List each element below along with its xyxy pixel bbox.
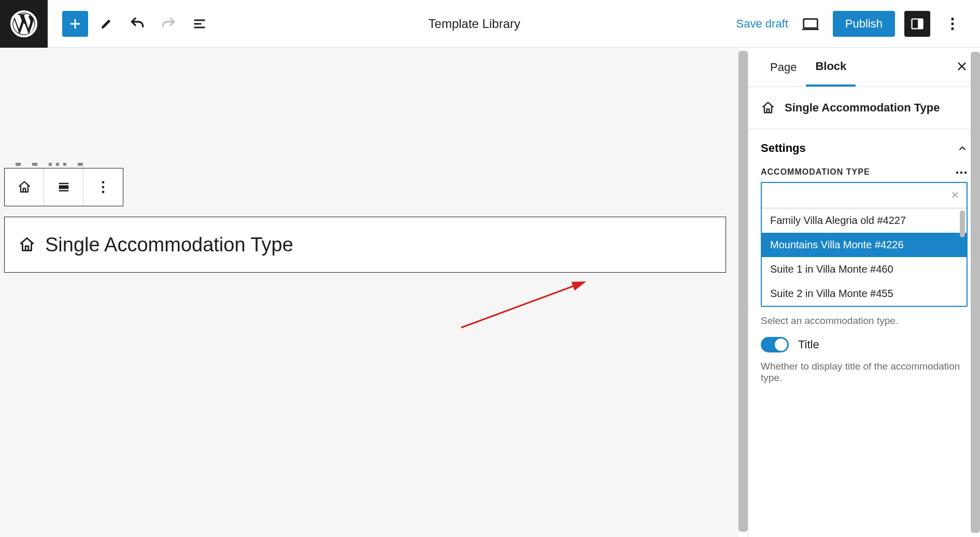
wordpress-logo[interactable] (0, 0, 48, 48)
redo-button[interactable] (155, 11, 181, 37)
tab-page[interactable]: Page (761, 49, 806, 86)
title-toggle-help: Whether to display title of the accommod… (761, 361, 968, 384)
publish-button[interactable]: Publish (833, 11, 895, 37)
sidebar-outer-scrollbar[interactable] (971, 48, 980, 537)
main-area: Single Accommodation Type Page Block Sin… (0, 48, 980, 537)
svg-line-11 (461, 282, 585, 328)
settings-section-header[interactable]: Settings (761, 139, 968, 160)
block-type-button[interactable] (5, 168, 44, 206)
home-icon (18, 236, 36, 253)
settings-section: Settings ACCOMMODATION TYPE Family Villa (748, 129, 980, 394)
sidebar-block-header: Single Accommodation Type (748, 87, 980, 129)
svg-point-14 (964, 172, 967, 174)
svg-point-10 (102, 191, 105, 193)
title-toggle-row: Title (761, 337, 968, 352)
accommodation-type-help: Select an accommodation type. (761, 315, 968, 327)
annotation-arrow (456, 276, 591, 333)
wordpress-logo-icon (10, 10, 37, 37)
field-more-button[interactable] (955, 167, 968, 177)
editor-canvas[interactable]: Single Accommodation Type (0, 48, 738, 537)
document-title[interactable]: Template Library (212, 17, 736, 31)
close-icon (951, 191, 959, 199)
combobox-dropdown-list: Family Villa Alegria old #4227 Mountains… (762, 208, 967, 306)
svg-point-6 (951, 27, 954, 30)
sidebar-toggle-button[interactable] (904, 11, 930, 37)
save-draft-button[interactable]: Save draft (736, 17, 788, 31)
combobox-option[interactable]: Mountains Villa Monte #4226 (762, 233, 967, 257)
toolbar-right-group: Save draft Publish (736, 11, 980, 37)
block-more-button[interactable] (83, 168, 123, 206)
redo-icon (160, 16, 177, 32)
block-drag-handles (16, 163, 83, 166)
top-toolbar: Template Library Save draft Publish (0, 0, 980, 48)
combobox-option[interactable]: Family Villa Alegria old #4227 (762, 208, 967, 233)
accommodation-type-label-row: ACCOMMODATION TYPE (761, 167, 968, 177)
svg-point-8 (102, 181, 105, 183)
block-title: Single Accommodation Type (45, 234, 293, 256)
block-toolbar (4, 168, 123, 206)
tab-block[interactable]: Block (806, 48, 856, 87)
home-icon (761, 101, 775, 115)
edit-mode-button[interactable] (93, 11, 119, 37)
home-icon (17, 180, 32, 194)
horizontal-dots-icon (955, 171, 968, 175)
vertical-dots-icon (101, 180, 105, 194)
undo-button[interactable] (124, 11, 150, 37)
toggle-knob (775, 338, 787, 351)
combobox-option[interactable]: Suite 2 in Villa Monte #455 (762, 281, 967, 306)
svg-point-9 (102, 186, 105, 189)
svg-rect-1 (804, 19, 818, 27)
combobox-input-row[interactable] (762, 183, 967, 208)
settings-section-label: Settings (761, 142, 806, 155)
combobox-scrollbar[interactable] (960, 210, 965, 237)
sidebar-tabs: Page Block (748, 48, 980, 87)
preview-button[interactable] (798, 11, 823, 37)
title-toggle[interactable] (761, 337, 789, 352)
accommodation-type-label: ACCOMMODATION TYPE (761, 167, 870, 177)
add-block-button[interactable] (62, 11, 88, 37)
block-align-button[interactable] (44, 168, 83, 206)
plus-icon (68, 17, 82, 31)
list-view-icon (192, 17, 207, 31)
sidebar-close-button[interactable] (956, 61, 968, 74)
svg-rect-3 (918, 19, 922, 29)
combobox-option[interactable]: Suite 1 in Villa Monte #460 (762, 257, 967, 281)
canvas-scrollbar[interactable] (738, 48, 748, 537)
sidebar-icon (910, 17, 925, 31)
selected-block[interactable]: Single Accommodation Type (4, 217, 726, 273)
svg-point-5 (951, 22, 954, 25)
undo-icon (129, 16, 146, 32)
sidebar-block-title: Single Accommodation Type (785, 101, 940, 115)
svg-point-13 (960, 172, 962, 174)
align-icon (56, 180, 71, 194)
combobox-clear-button[interactable] (951, 190, 959, 202)
pencil-icon (99, 17, 113, 31)
chevron-up-icon (957, 143, 968, 153)
settings-sidebar: Page Block Single Accommodation Type Set… (748, 48, 980, 537)
close-icon (956, 61, 968, 72)
toolbar-left-group (48, 11, 212, 37)
svg-point-4 (951, 18, 954, 20)
svg-rect-7 (59, 186, 68, 189)
title-toggle-label: Title (798, 338, 819, 351)
accommodation-type-combobox[interactable]: Family Villa Alegria old #4227 Mountains… (761, 182, 968, 307)
vertical-dots-icon (950, 17, 955, 31)
desktop-icon (802, 16, 819, 32)
document-outline-button[interactable] (187, 11, 212, 37)
more-options-button[interactable] (940, 11, 965, 37)
svg-point-12 (956, 172, 958, 174)
